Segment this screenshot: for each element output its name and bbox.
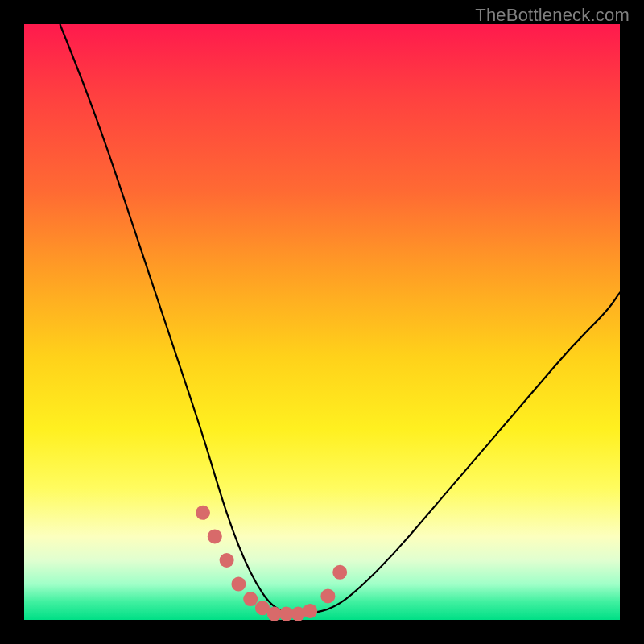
bottleneck-curve-path: [60, 24, 620, 614]
highlight-dot: [231, 577, 246, 592]
highlight-dot: [220, 553, 234, 568]
highlight-dot: [320, 588, 335, 603]
watermark-text: TheBottleneck.com: [475, 5, 630, 26]
chart-svg: [24, 24, 620, 620]
highlight-dot: [243, 592, 258, 606]
bottleneck-curve: [60, 24, 620, 614]
outer-frame: TheBottleneck.com: [0, 0, 644, 644]
highlight-dot: [303, 604, 317, 618]
highlight-dot: [196, 506, 210, 520]
highlight-dot: [332, 565, 347, 580]
highlight-dot: [208, 529, 222, 543]
plot-area: [24, 24, 620, 620]
